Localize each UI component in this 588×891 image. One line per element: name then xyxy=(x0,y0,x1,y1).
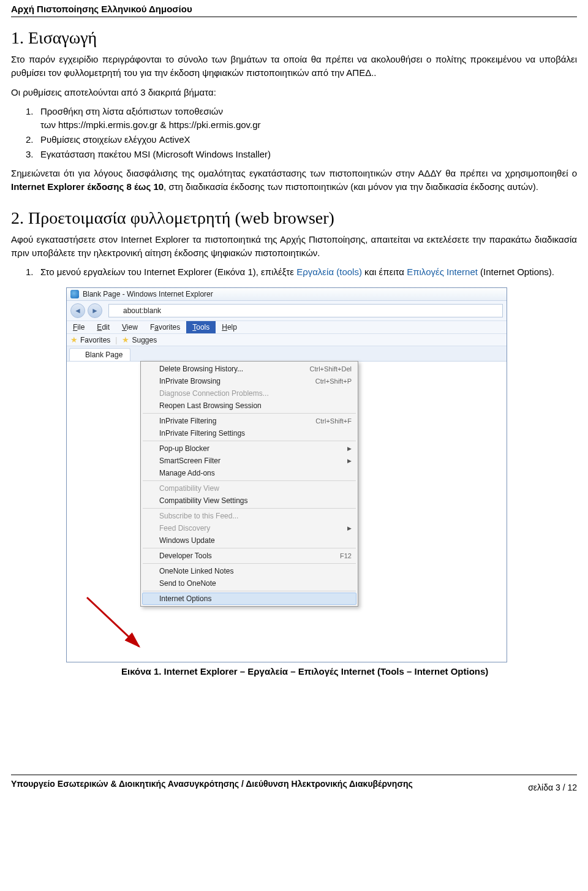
list-item-text: Προσθήκη στη λίστα αξιόπιστων τοποθεσιών… xyxy=(40,105,577,132)
menu-item-developer-tools[interactable]: Developer ToolsF12 xyxy=(142,550,356,562)
screenshot-figure: Blank Page - Windows Internet Explorer ◄… xyxy=(66,287,507,677)
menu-separator xyxy=(143,441,356,441)
menu-edit[interactable]: Edit xyxy=(91,321,116,333)
forward-button[interactable]: ► xyxy=(88,303,102,318)
address-text: about:blank xyxy=(123,306,161,315)
menu-item-label: Internet Options xyxy=(159,594,352,603)
menu-item-label: Feed Discovery xyxy=(159,524,347,533)
menu-item-subscribe-to-this-feed: Subscribe to this Feed... xyxy=(142,510,356,522)
svg-line-0 xyxy=(87,597,139,646)
menu-tools[interactable]: Tools xyxy=(186,321,216,333)
list-item-line1: Προσθήκη στη λίστα αξιόπιστων τοποθεσιών xyxy=(40,106,223,116)
menu-item-shortcut: Ctrl+Shift+Del xyxy=(310,365,352,373)
suggested-sites[interactable]: Sugges xyxy=(132,336,157,344)
menu-item-internet-options[interactable]: Internet Options xyxy=(142,593,356,605)
list-item-number: 1. xyxy=(26,265,40,279)
submenu-arrow-icon: ▶ xyxy=(347,458,352,464)
menu-separator xyxy=(143,480,356,481)
menu-separator xyxy=(143,548,356,548)
menu-separator xyxy=(143,563,356,564)
favorites-star-icon: ★ xyxy=(70,335,78,344)
section2-para1: Αφού εγκαταστήσετε στον Internet Explore… xyxy=(11,233,577,260)
list-item-text: Στο μενού εργαλείων του Internet Explore… xyxy=(40,265,577,279)
tools-link[interactable]: Εργαλεία (tools) xyxy=(296,267,362,277)
address-bar[interactable]: about:blank xyxy=(108,304,503,317)
list-item-text: Ρυθμίσεις στοιχείων ελέγχου ActiveX xyxy=(40,133,577,146)
section1-para1: Στο παρόν εγχειρίδιο περιγράφονται το σύ… xyxy=(11,53,577,80)
window-titlebar: Blank Page - Windows Internet Explorer xyxy=(67,288,507,301)
list-item-line2: των https://mpki.ermis.gov.gr & https://… xyxy=(40,119,260,130)
step-text-post: (Internet Options). xyxy=(478,267,554,277)
page-icon xyxy=(111,307,119,315)
menu-item-label: Compatibility View xyxy=(159,484,352,493)
menu-item-label: Diagnose Connection Problems... xyxy=(159,389,352,398)
menu-item-compatibility-view: Compatibility View xyxy=(142,482,356,495)
footer-organization: Υπουργείο Εσωτερικών & Διοικητικής Ανασυ… xyxy=(11,779,413,789)
submenu-arrow-icon: ▶ xyxy=(347,446,352,452)
menu-item-label: Delete Browsing History... xyxy=(159,365,310,373)
list-item: 2. Ρυθμίσεις στοιχείων ελέγχου ActiveX xyxy=(26,133,577,146)
menu-item-send-to-onenote[interactable]: Send to OneNote xyxy=(142,577,356,590)
submenu-arrow-icon: ▶ xyxy=(347,525,352,531)
menu-item-label: OneNote Linked Notes xyxy=(159,567,352,575)
page-content: Delete Browsing History...Ctrl+Shift+Del… xyxy=(67,362,507,662)
menu-item-shortcut: F12 xyxy=(340,552,352,559)
window-title: Blank Page - Windows Internet Explorer xyxy=(83,290,213,298)
menu-item-inprivate-browsing[interactable]: InPrivate BrowsingCtrl+Shift+P xyxy=(142,375,356,387)
menu-item-label: Developer Tools xyxy=(159,552,340,560)
list-item: 3. Εγκατάσταση πακέτου MSI (Microsoft Wi… xyxy=(26,148,577,161)
page-icon xyxy=(74,351,81,359)
menu-item-inprivate-filtering[interactable]: InPrivate FilteringCtrl+Shift+F xyxy=(142,415,356,427)
note-text-bold: Internet Explorer έκδοσης 8 έως 10 xyxy=(11,181,164,192)
note-text-pre: Σημειώνεται ότι για λόγους διασφάλισης τ… xyxy=(11,168,577,178)
list-item-text: Εγκατάσταση πακέτου MSI (Microsoft Windo… xyxy=(40,148,577,161)
back-button[interactable]: ◄ xyxy=(70,303,85,318)
menu-item-label: Send to OneNote xyxy=(159,579,352,588)
menu-item-label: Manage Add-ons xyxy=(159,469,352,477)
section2-title: 2. Προετοιμασία φυλλομετρητή (web browse… xyxy=(11,208,577,228)
menu-item-label: Pop-up Blocker xyxy=(159,444,347,453)
menu-item-label: Windows Update xyxy=(159,536,352,545)
menu-favorites[interactable]: Favorites xyxy=(144,321,186,333)
menu-item-smartscreen-filter[interactable]: SmartScreen Filter▶ xyxy=(142,455,356,467)
menu-item-label: InPrivate Browsing xyxy=(159,377,315,385)
menu-item-shortcut: Ctrl+Shift+F xyxy=(315,417,352,425)
menu-item-shortcut: Ctrl+Shift+P xyxy=(315,377,352,385)
menu-item-compatibility-view-settings[interactable]: Compatibility View Settings xyxy=(142,495,356,507)
internet-options-link[interactable]: Επιλογές Internet xyxy=(407,267,478,277)
list-item-number: 2. xyxy=(26,133,40,146)
favorites-label[interactable]: Favorites xyxy=(80,336,110,344)
menu-item-pop-up-blocker[interactable]: Pop-up Blocker▶ xyxy=(142,442,356,455)
note-text-post: , στη διαδικασία έκδοσης των πιστοποιητι… xyxy=(164,181,538,192)
menu-item-manage-add-ons[interactable]: Manage Add-ons xyxy=(142,467,356,479)
menu-item-windows-update[interactable]: Windows Update xyxy=(142,534,356,547)
tools-dropdown-menu: Delete Browsing History...Ctrl+Shift+Del… xyxy=(140,361,358,607)
page-number: σελίδα 3 / 12 xyxy=(528,779,577,792)
menu-item-delete-browsing-history[interactable]: Delete Browsing History...Ctrl+Shift+Del xyxy=(142,363,356,375)
menu-item-onenote-linked-notes[interactable]: OneNote Linked Notes xyxy=(142,565,356,577)
menu-help[interactable]: Help xyxy=(216,321,243,333)
step-list: 1. Στο μενού εργαλείων του Internet Expl… xyxy=(26,265,577,279)
tab-blank-page[interactable]: Blank Page xyxy=(69,348,130,361)
menu-item-reopen-last-browsing-session[interactable]: Reopen Last Browsing Session xyxy=(142,400,356,412)
step-text-mid: και έπειτα xyxy=(362,267,407,277)
section1-para2: Οι ρυθμίσεις αποτελούνται από 3 διακριτά… xyxy=(11,86,577,99)
favorites-bar: ★ Favorites | ★ Sugges xyxy=(67,334,507,346)
menu-item-diagnose-connection-problems: Diagnose Connection Problems... xyxy=(142,387,356,400)
menu-item-inprivate-filtering-settings[interactable]: InPrivate Filtering Settings xyxy=(142,427,356,439)
note-paragraph: Σημειώνεται ότι για λόγους διασφάλισης τ… xyxy=(11,167,577,194)
list-item: 1. Προσθήκη στη λίστα αξιόπιστων τοποθεσ… xyxy=(26,105,577,132)
separator: | xyxy=(115,336,117,344)
menu-item-label: SmartScreen Filter xyxy=(159,457,347,465)
favorites-star-icon: ★ xyxy=(122,335,129,344)
menu-item-feed-discovery: Feed Discovery▶ xyxy=(142,522,356,534)
list-item-number: 1. xyxy=(26,105,40,132)
menu-file[interactable]: File xyxy=(67,321,91,333)
numbered-list: 1. Προσθήκη στη λίστα αξιόπιστων τοποθεσ… xyxy=(26,105,577,161)
menu-separator xyxy=(143,508,356,509)
nav-toolbar: ◄ ► about:blank xyxy=(67,301,507,321)
document-header: Αρχή Πιστοποίησης Ελληνικού Δημοσίου xyxy=(11,0,577,17)
list-item-number: 3. xyxy=(26,148,40,161)
menu-item-label: InPrivate Filtering Settings xyxy=(159,429,352,438)
menu-view[interactable]: View xyxy=(116,321,144,333)
